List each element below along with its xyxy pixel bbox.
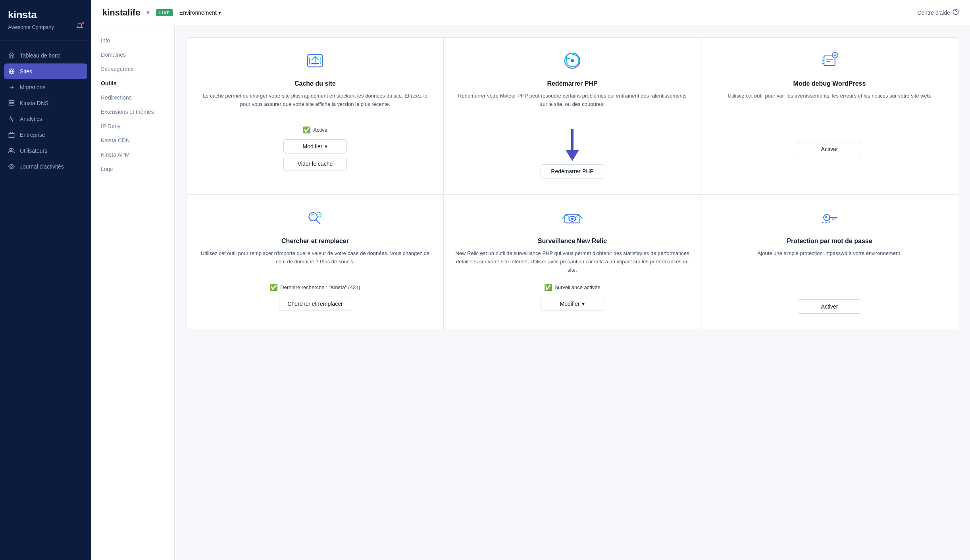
restart-php-button[interactable]: Redémarrer PHP [541,164,604,178]
tool-card-restart-php: Redémarrer PHP Redémarrer votre Moteur P… [444,37,701,195]
sidebar-label-utilisateurs: Utilisateurs [20,148,47,154]
password-icon: * * * [819,208,840,232]
journal-icon [8,163,15,170]
cache-title: Cache du site [294,80,336,87]
bell-icon[interactable] [76,23,83,31]
chevron-icon: ▾ [325,143,327,150]
cache-status: ✅ Activé [303,126,327,134]
cache-desc: Le cache permet de charger votre site pl… [198,92,432,120]
debug-desc: Utilisez cet outil pour voir les avertis… [728,92,932,120]
sub-nav-extensions[interactable]: Extensions et thèmes [91,105,174,119]
svg-point-31 [825,216,827,218]
sidebar-item-migrations[interactable]: Migrations [0,79,91,95]
sidebar-item-sites[interactable]: Sites [4,63,87,79]
sidebar-item-dashboard[interactable]: Tableau de bord [0,48,91,63]
modifier-newrelic-button[interactable]: Modifier ▾ [541,297,604,311]
sub-nav-info[interactable]: Info [91,33,174,48]
tool-card-new-relic: Surveillance New Relic New Relic est un … [444,195,701,330]
sub-sidebar: Info Domaines Sauvegardes Outils Redirec… [91,25,175,560]
cache-status-label: Activé [313,127,327,133]
migrations-icon [8,84,15,91]
sidebar-item-analytics[interactable]: Analytics [0,111,91,127]
password-desc: Ajoute une simple protection .htpasswd à… [758,249,902,277]
new-relic-status: ✅ Surveillance activée [544,284,600,291]
svg-marker-15 [566,150,579,161]
activer-debug-button[interactable]: Activer [798,142,861,156]
search-status-dot: ✅ [270,284,278,291]
svg-rect-6 [9,134,14,138]
sub-nav-outils[interactable]: Outils [91,76,174,90]
sidebar-label-dashboard: Tableau de bord [20,52,60,59]
new-relic-desc: New Relic est un outil de surveillance P… [455,249,689,277]
new-relic-icon [562,208,583,232]
sidebar-item-entreprise[interactable]: Entreprise [0,127,91,143]
debug-title: Mode debug WordPress [793,80,866,87]
cache-icon [305,50,325,75]
divider [0,40,91,40]
sidebar-label-migrations: Migrations [20,84,46,90]
logo: kinsta [8,9,83,21]
users-icon [8,147,15,154]
sidebar-label-sites: Sites [20,68,32,75]
svg-point-24 [571,218,574,220]
search-replace-title: Chercher et remplacer [281,238,349,245]
env-selector[interactable]: Environnement ▾ [179,10,221,16]
sidebar-label-journal: Journal d'activités [20,163,64,170]
env-label: Environnement [179,10,217,16]
tool-card-debug: Mode debug WordPress Utilisez cet outil … [701,37,958,195]
sub-nav-kinsta-cdn[interactable]: Kinsta CDN [91,133,174,148]
modifier-cache-button[interactable]: Modifier ▾ [283,139,347,153]
svg-line-25 [567,215,569,217]
company-name: Awesome Company [8,24,54,30]
tool-card-password: * * * Protection par mot de passe Ajoute… [701,195,958,330]
sub-nav-ip-deny[interactable]: IP Deny [91,119,174,133]
svg-point-13 [571,59,574,63]
new-relic-title: Surveillance New Relic [538,238,607,245]
analytics-icon [8,115,15,123]
help-link[interactable]: Centre d'aide [917,9,959,16]
sub-nav-redirections[interactable]: Redirections [91,90,174,105]
globe-icon [8,68,15,75]
search-replace-icon [305,208,325,232]
search-replace-status: ✅ Dernière recherche : "Kinsta" (431) [270,284,360,291]
logo-area: kinsta Awesome Company [0,0,91,36]
live-badge: LIVE [156,9,173,16]
tools-grid: Cache du site Le cache permet de charger… [187,37,958,330]
dns-icon [8,100,15,107]
svg-point-8 [11,166,12,167]
sidebar-item-utilisateurs[interactable]: Utilisateurs [0,143,91,159]
sub-nav-domaines[interactable]: Domaines [91,48,174,62]
sub-nav-logs[interactable]: Logs [91,162,174,176]
restart-php-title: Redémarrer PHP [547,80,597,87]
search-replace-desc: Utilisez cet outil pour remplacer n'impo… [198,249,432,277]
content-area: Info Domaines Sauvegardes Outils Redirec… [91,25,970,560]
sidebar-label-entreprise: Entreprise [20,132,45,138]
restart-php-icon [562,50,583,75]
header: kinstalife ▾ LIVE Environnement ▾ Centre… [91,0,970,25]
svg-line-26 [576,215,578,217]
search-status-label: Dernière recherche : "Kinsta" (431) [280,284,360,290]
new-relic-status-label: Surveillance activée [554,284,600,290]
tool-card-search-replace: Chercher et remplacer Utilisez cet outil… [187,195,444,330]
sidebar-label-analytics: Analytics [20,116,42,122]
page-content: Cache du site Le cache permet de charger… [175,25,970,560]
cache-status-dot: ✅ [303,126,311,134]
activer-password-button[interactable]: Activer [798,299,861,314]
svg-point-7 [10,148,12,150]
svg-rect-2 [9,100,14,102]
main-area: kinstalife ▾ LIVE Environnement ▾ Centre… [91,0,970,560]
site-name: kinstalife [102,8,140,18]
sidebar-item-kinsta-dns[interactable]: Kinsta DNS [0,95,91,111]
newrelic-chevron-icon: ▾ [582,301,585,307]
debug-icon [819,50,840,75]
help-circle-icon [953,9,959,16]
sidebar-label-kinsta-dns: Kinsta DNS [20,100,48,106]
vider-cache-button[interactable]: Vider le cache [283,157,347,171]
sub-nav-sauvegardes[interactable]: Sauvegardes [91,62,174,76]
env-chevron-icon: ▾ [218,10,221,16]
sidebar-item-journal[interactable]: Journal d'activités [0,159,91,175]
header-right: Centre d'aide [917,9,959,16]
site-chevron-icon[interactable]: ▾ [146,9,150,16]
chercher-button[interactable]: Chercher et remplacer [279,297,351,311]
sub-nav-kinsta-apm[interactable]: Kinsta APM [91,148,174,162]
